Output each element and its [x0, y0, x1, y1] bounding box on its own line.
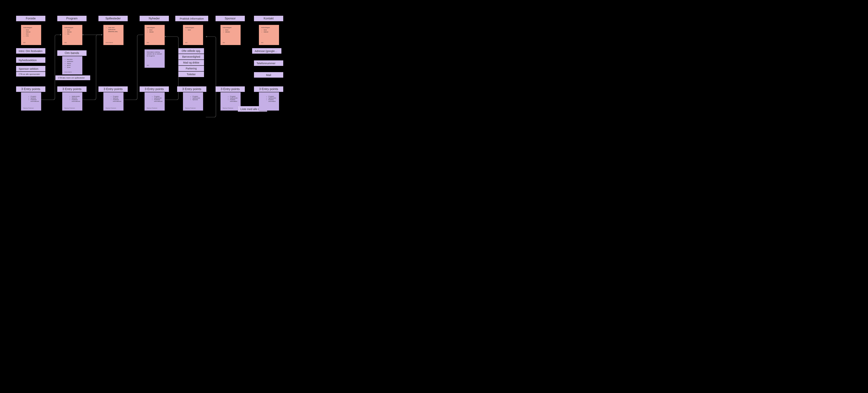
- card-nyheder-info[interactable]: Information omkring nyheder der er relev…: [145, 50, 165, 68]
- card-title: Indholdstyper:: [23, 27, 39, 29]
- entry-header-spillesteder[interactable]: 3 Entry points: [98, 86, 128, 92]
- entry-card-kontakt[interactable]: Program Spillesteder Praktisk informatio…: [259, 92, 279, 111]
- entry-header-praktisk[interactable]: 3 Entry points: [177, 86, 207, 92]
- card-ombands[interactable]: text intro spilletider datoer genre pris…: [62, 56, 82, 74]
- card-kontakt[interactable]: Indholdstyper tekst billeder alex: [259, 25, 279, 45]
- entry-card-forside[interactable]: Program Nyheder Praktiske informationer …: [21, 92, 41, 111]
- pill-cta-spillesteder[interactable]: CTA læs mere om spillesteder: [56, 75, 90, 80]
- pill-telefon[interactable]: Telefonnummer: [254, 60, 283, 66]
- entry-header-kontakt[interactable]: 3 Entry points: [254, 86, 283, 92]
- header-forside[interactable]: Forside: [16, 16, 45, 21]
- pill-bornevenlighed[interactable]: Børnevenlighed: [178, 54, 204, 60]
- card-author: alex: [23, 42, 39, 43]
- card-spillesteder[interactable]: Liste med spillesteder alfabetisk,dato, …: [103, 25, 124, 45]
- card-program[interactable]: Indholdstyper: tekst billeder Cta alex: [62, 25, 82, 45]
- header-program[interactable]: Program: [57, 16, 87, 21]
- entry-header-forside[interactable]: 3 Entry points: [16, 86, 45, 92]
- header-spillesteder[interactable]: Spillesteder: [98, 16, 128, 21]
- pill-sponsor-sektion[interactable]: Sponsor sektion: [16, 66, 45, 71]
- header-praktisk[interactable]: Praktisk information: [175, 16, 208, 21]
- pill-mail[interactable]: Mail: [254, 72, 283, 78]
- card-sponsor[interactable]: Indholdstyper: tekst billeder alex: [220, 25, 241, 45]
- entry-card-program[interactable]: Spillersteder Nyheder Praktiske informat…: [62, 92, 82, 111]
- header-ombands[interactable]: Om bands: [57, 50, 87, 56]
- header-label: Forside: [26, 17, 35, 20]
- pill-faq[interactable]: Ofte stillede spg.: [178, 48, 204, 54]
- card-praktisk[interactable]: Indholdstyper: tekst alex: [183, 25, 203, 45]
- sitemap-canvas[interactable]: Forside Indholdstyper: tekst billeder he…: [0, 0, 289, 131]
- entry-header-sponsor[interactable]: 3 Entry points: [216, 86, 245, 92]
- pill-cta-sponsorater[interactable]: CTA se alle sponsorater: [16, 72, 45, 77]
- card-nyheder[interactable]: indholdtyper: tekst bileder alex: [145, 25, 165, 45]
- entry-header-program[interactable]: 3 Entry points: [57, 86, 87, 92]
- entry-card-spillesteder[interactable]: Program Nyheder Praktiske informationer …: [103, 92, 124, 111]
- header-kontakt[interactable]: Kontakt: [254, 16, 283, 21]
- entry-card-sponsor[interactable]: Program Spillesteder Praktisk informatio…: [220, 92, 241, 111]
- header-nyheder[interactable]: Nyheder: [140, 16, 169, 21]
- pill-parkering[interactable]: Parkering: [178, 66, 204, 71]
- entry-card-praktisk[interactable]: Program Spillesteder Nyheder Rasmus Pede…: [183, 92, 203, 111]
- pill-toiletter[interactable]: Toiletter: [178, 71, 204, 77]
- pill-nyhedssektion[interactable]: Nyhedssektion: [16, 57, 45, 63]
- pill-intro[interactable]: Intro: Om festivalen: [16, 48, 45, 54]
- card-forside[interactable]: Indholdstyper: tekst billeder hero CTA a…: [21, 25, 41, 45]
- header-sponsor[interactable]: Sponsor: [216, 16, 245, 21]
- entry-card-nyheder[interactable]: Program Spillesteder Praktiske informati…: [145, 92, 165, 111]
- pill-mad[interactable]: Mad og drikke: [178, 60, 204, 65]
- pill-adresse[interactable]: Adresse (google…: [252, 48, 281, 54]
- entry-header-nyheder[interactable]: 3 Entry points: [140, 86, 169, 92]
- card-list: tekst billeder hero CTA: [23, 29, 39, 37]
